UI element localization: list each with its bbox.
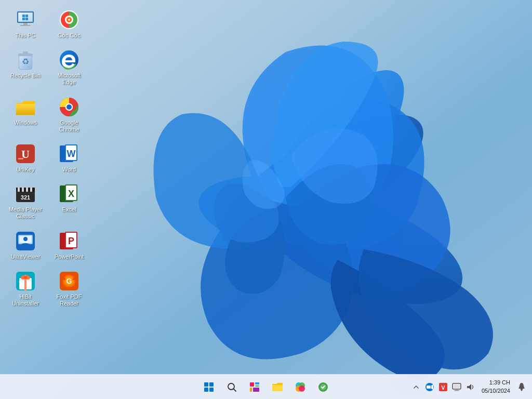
taskbar: V 1:39 CH <box>0 374 532 399</box>
foxit-icon-img: G <box>59 271 79 291</box>
svg-rect-96 <box>454 390 459 391</box>
desktop-icons-grid: This PC Cốc Cốc <box>0 3 90 314</box>
svg-rect-80 <box>250 388 252 392</box>
svg-point-64 <box>24 276 27 279</box>
svg-rect-40 <box>22 188 24 192</box>
icon-foxit[interactable]: G Foxit PDF Reader <box>48 268 90 310</box>
desktop: This PC Cốc Cốc <box>0 0 532 399</box>
icon-coc-coc[interactable]: Cốc Cốc <box>48 6 90 42</box>
icon-windows-folder[interactable]: Windows <box>5 94 46 136</box>
svg-marker-97 <box>467 384 471 390</box>
svg-text:P: P <box>68 236 74 246</box>
phone-link-button[interactable] <box>290 377 311 397</box>
tray-overflow-button[interactable] <box>411 382 421 392</box>
chrome-label: Google Chrome <box>50 119 88 133</box>
taskbar-center <box>198 377 334 397</box>
recycle-bin-label: Recycle Bin <box>10 72 41 79</box>
icon-word[interactable]: W Word <box>48 140 90 176</box>
vitop-icon[interactable]: V <box>438 382 448 392</box>
icon-hibit[interactable]: HiBit Uninstaller <box>5 268 46 310</box>
word-icon-img: W <box>59 143 79 164</box>
edge-label: Microsoft Edge <box>50 72 88 86</box>
search-button[interactable] <box>221 377 242 397</box>
icon-recycle-bin[interactable]: ♻ Recycle Bin <box>5 46 46 89</box>
unikey-icon-img: U <box>15 143 36 164</box>
file-explorer-button[interactable] <box>267 377 288 397</box>
svg-text:321: 321 <box>21 194 30 201</box>
phone-link2-button[interactable] <box>313 377 334 397</box>
media-player-label: Media Player Classic <box>7 206 44 220</box>
svg-text:X: X <box>68 189 74 199</box>
svg-rect-10 <box>22 15 25 17</box>
icon-unikey[interactable]: U UniKey <box>5 140 46 176</box>
windows-folder-icon-img <box>15 97 36 117</box>
widgets-button[interactable] <box>244 377 265 397</box>
svg-text:G: G <box>66 277 72 285</box>
svg-rect-73 <box>204 388 208 392</box>
this-pc-icon-img <box>15 9 36 30</box>
svg-rect-71 <box>204 382 208 387</box>
svg-point-51 <box>23 237 28 241</box>
icon-excel[interactable]: X Excel <box>48 180 90 223</box>
svg-point-99 <box>521 389 523 391</box>
svg-rect-32 <box>18 158 23 159</box>
svg-rect-74 <box>209 388 214 392</box>
edge-icon-img <box>59 49 79 70</box>
excel-label: Excel <box>62 206 76 213</box>
hibit-label: HiBit Uninstaller <box>7 294 44 307</box>
svg-text:V: V <box>441 384 445 391</box>
svg-point-27 <box>66 104 72 110</box>
start-button[interactable] <box>198 377 219 397</box>
icon-ultraviewer[interactable]: UltraViewer <box>5 228 46 263</box>
svg-text:W: W <box>67 149 76 159</box>
recycle-bin-icon-img: ♻ <box>15 49 36 70</box>
chrome-icon-img <box>59 97 79 117</box>
windows-label: Windows <box>14 119 37 126</box>
taskbar-right: V 1:39 CH <box>411 379 532 395</box>
excel-icon-img: X <box>59 183 79 204</box>
svg-rect-72 <box>209 382 214 387</box>
svg-rect-22 <box>23 51 28 54</box>
svg-rect-79 <box>255 385 259 387</box>
time-display: 1:39 CH <box>482 379 510 387</box>
svg-text:♻: ♻ <box>22 57 29 66</box>
coc-coc-label: Cốc Cốc <box>58 32 81 39</box>
svg-rect-13 <box>25 18 28 20</box>
svg-point-85 <box>299 385 305 392</box>
coc-coc-icon-img <box>59 9 79 30</box>
date-display: 05/10/2024 <box>482 387 510 395</box>
foxit-label: Foxit PDF Reader <box>50 294 88 307</box>
icon-this-pc[interactable]: This PC <box>5 6 46 42</box>
icon-microsoft-edge[interactable]: Microsoft Edge <box>48 46 90 89</box>
display-icon[interactable] <box>451 382 462 392</box>
svg-rect-94 <box>454 384 460 388</box>
svg-rect-52 <box>23 244 28 245</box>
powerpoint-icon-img: P <box>59 231 79 251</box>
svg-rect-42 <box>30 188 32 192</box>
svg-rect-12 <box>22 18 25 20</box>
svg-rect-9 <box>20 25 31 26</box>
ultraviewer-icon-img <box>15 231 36 251</box>
svg-rect-11 <box>25 15 28 17</box>
svg-rect-41 <box>26 188 28 192</box>
notification-bell[interactable] <box>516 382 527 392</box>
meet-now-icon[interactable] <box>424 382 435 392</box>
speaker-icon[interactable] <box>465 382 475 392</box>
ultraviewer-label: UltraViewer <box>11 254 41 260</box>
powerpoint-label: PowerPoint <box>55 254 84 260</box>
icon-powerpoint[interactable]: P PowerPoint <box>48 228 90 263</box>
word-label: Word <box>62 166 76 173</box>
svg-line-76 <box>234 389 236 391</box>
svg-rect-8 <box>23 23 28 25</box>
unikey-label: UniKey <box>16 166 34 173</box>
media-player-icon-img: 321 <box>15 183 36 204</box>
svg-rect-89 <box>427 385 431 389</box>
icon-media-player[interactable]: 321 Media Player Classic <box>5 180 46 223</box>
svg-rect-95 <box>455 389 458 390</box>
svg-rect-39 <box>18 188 20 192</box>
clock[interactable]: 1:39 CH 05/10/2024 <box>478 379 513 395</box>
icon-google-chrome[interactable]: Google Chrome <box>48 94 90 136</box>
this-pc-label: This PC <box>15 32 35 39</box>
hibit-icon-img <box>15 271 36 291</box>
svg-rect-78 <box>255 382 259 384</box>
